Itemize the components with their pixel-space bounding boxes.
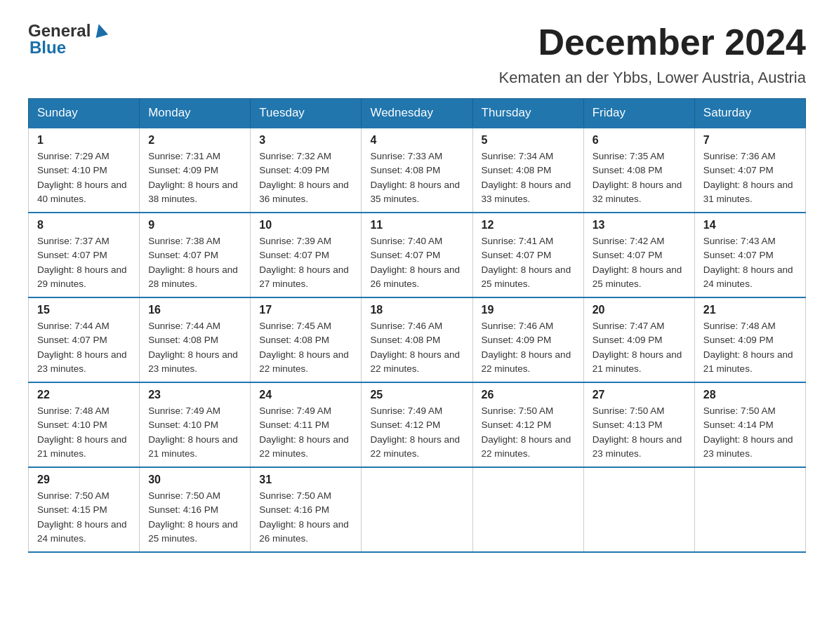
day-number: 21 (703, 304, 797, 316)
day-number: 8 (37, 219, 131, 232)
calendar-cell: 5 Sunrise: 7:34 AMSunset: 4:08 PMDayligh… (472, 128, 583, 213)
calendar-cell: 14 Sunrise: 7:43 AMSunset: 4:07 PMDaylig… (694, 213, 805, 297)
calendar-cell: 16 Sunrise: 7:44 AMSunset: 4:08 PMDaylig… (140, 297, 251, 382)
day-number: 30 (148, 474, 241, 486)
weekday-header-sunday: Sunday (29, 99, 140, 128)
week-row-3: 15 Sunrise: 7:44 AMSunset: 4:07 PMDaylig… (29, 297, 806, 382)
calendar-cell (472, 467, 583, 552)
calendar-cell: 21 Sunrise: 7:48 AMSunset: 4:09 PMDaylig… (694, 297, 805, 382)
weekday-header-thursday: Thursday (472, 99, 583, 128)
logo-blue-text: Blue (29, 38, 66, 58)
day-info: Sunrise: 7:50 AMSunset: 4:13 PMDaylight:… (593, 405, 682, 459)
day-info: Sunrise: 7:37 AMSunset: 4:07 PMDaylight:… (37, 236, 127, 289)
calendar-cell (694, 467, 805, 552)
day-info: Sunrise: 7:31 AMSunset: 4:09 PMDaylight:… (148, 151, 238, 204)
calendar-cell: 3 Sunrise: 7:32 AMSunset: 4:09 PMDayligh… (251, 128, 362, 213)
day-info: Sunrise: 7:50 AMSunset: 4:15 PMDaylight:… (37, 490, 127, 544)
day-number: 10 (259, 219, 352, 232)
calendar-cell: 19 Sunrise: 7:46 AMSunset: 4:09 PMDaylig… (472, 297, 583, 382)
calendar-cell: 2 Sunrise: 7:31 AMSunset: 4:09 PMDayligh… (140, 128, 251, 213)
calendar-cell: 13 Sunrise: 7:42 AMSunset: 4:07 PMDaylig… (583, 213, 694, 297)
day-info: Sunrise: 7:36 AMSunset: 4:07 PMDaylight:… (703, 151, 793, 204)
title-block: December 2024 (538, 21, 806, 63)
day-number: 23 (148, 389, 241, 401)
calendar-cell: 31 Sunrise: 7:50 AMSunset: 4:16 PMDaylig… (251, 467, 362, 552)
day-info: Sunrise: 7:38 AMSunset: 4:07 PMDaylight:… (148, 236, 238, 289)
day-number: 13 (593, 219, 686, 232)
day-number: 24 (259, 389, 352, 401)
calendar-cell: 17 Sunrise: 7:45 AMSunset: 4:08 PMDaylig… (251, 297, 362, 382)
logo: General Blue (28, 21, 108, 58)
calendar-cell: 1 Sunrise: 7:29 AMSunset: 4:10 PMDayligh… (29, 128, 140, 213)
calendar-cell: 24 Sunrise: 7:49 AMSunset: 4:11 PMDaylig… (251, 382, 362, 467)
day-info: Sunrise: 7:44 AMSunset: 4:07 PMDaylight:… (37, 321, 127, 374)
day-number: 31 (259, 474, 352, 486)
calendar-cell: 18 Sunrise: 7:46 AMSunset: 4:08 PMDaylig… (362, 297, 472, 382)
calendar-cell: 27 Sunrise: 7:50 AMSunset: 4:13 PMDaylig… (583, 382, 694, 467)
day-info: Sunrise: 7:46 AMSunset: 4:09 PMDaylight:… (482, 321, 571, 374)
calendar-cell: 10 Sunrise: 7:39 AMSunset: 4:07 PMDaylig… (251, 213, 362, 297)
day-info: Sunrise: 7:48 AMSunset: 4:10 PMDaylight:… (37, 405, 127, 459)
day-number: 6 (593, 134, 686, 147)
calendar-cell: 8 Sunrise: 7:37 AMSunset: 4:07 PMDayligh… (29, 213, 140, 297)
header: General Blue December 2024 (28, 21, 806, 63)
day-number: 25 (370, 389, 463, 401)
day-info: Sunrise: 7:33 AMSunset: 4:08 PMDaylight:… (370, 151, 460, 204)
day-info: Sunrise: 7:44 AMSunset: 4:08 PMDaylight:… (148, 321, 238, 374)
calendar-cell: 12 Sunrise: 7:41 AMSunset: 4:07 PMDaylig… (472, 213, 583, 297)
day-info: Sunrise: 7:29 AMSunset: 4:10 PMDaylight:… (37, 151, 127, 204)
day-number: 14 (703, 219, 797, 232)
calendar-cell: 29 Sunrise: 7:50 AMSunset: 4:15 PMDaylig… (29, 467, 140, 552)
day-number: 27 (593, 389, 686, 401)
day-number: 18 (370, 304, 463, 316)
day-info: Sunrise: 7:46 AMSunset: 4:08 PMDaylight:… (370, 321, 460, 374)
calendar-cell: 30 Sunrise: 7:50 AMSunset: 4:16 PMDaylig… (140, 467, 251, 552)
day-info: Sunrise: 7:32 AMSunset: 4:09 PMDaylight:… (259, 151, 349, 204)
weekday-header-monday: Monday (140, 99, 251, 128)
calendar-cell: 26 Sunrise: 7:50 AMSunset: 4:12 PMDaylig… (472, 382, 583, 467)
day-number: 2 (148, 134, 241, 147)
day-info: Sunrise: 7:39 AMSunset: 4:07 PMDaylight:… (259, 236, 349, 289)
day-info: Sunrise: 7:43 AMSunset: 4:07 PMDaylight:… (703, 236, 793, 289)
calendar-cell: 6 Sunrise: 7:35 AMSunset: 4:08 PMDayligh… (583, 128, 694, 213)
week-row-1: 1 Sunrise: 7:29 AMSunset: 4:10 PMDayligh… (29, 128, 806, 213)
day-info: Sunrise: 7:35 AMSunset: 4:08 PMDaylight:… (593, 151, 682, 204)
day-number: 17 (259, 304, 352, 316)
day-number: 12 (482, 219, 575, 232)
calendar-cell: 20 Sunrise: 7:47 AMSunset: 4:09 PMDaylig… (583, 297, 694, 382)
day-info: Sunrise: 7:50 AMSunset: 4:14 PMDaylight:… (703, 405, 793, 459)
day-number: 5 (482, 134, 575, 147)
week-row-5: 29 Sunrise: 7:50 AMSunset: 4:15 PMDaylig… (29, 467, 806, 552)
day-number: 28 (703, 389, 797, 401)
day-info: Sunrise: 7:49 AMSunset: 4:11 PMDaylight:… (259, 405, 349, 459)
day-info: Sunrise: 7:47 AMSunset: 4:09 PMDaylight:… (593, 321, 682, 374)
weekday-header-row: SundayMondayTuesdayWednesdayThursdayFrid… (29, 99, 806, 128)
day-number: 20 (593, 304, 686, 316)
day-number: 7 (703, 134, 797, 147)
calendar-cell: 9 Sunrise: 7:38 AMSunset: 4:07 PMDayligh… (140, 213, 251, 297)
day-number: 15 (37, 304, 131, 316)
calendar-cell: 11 Sunrise: 7:40 AMSunset: 4:07 PMDaylig… (362, 213, 472, 297)
month-title: December 2024 (538, 21, 806, 63)
day-number: 26 (482, 389, 575, 401)
calendar-cell: 15 Sunrise: 7:44 AMSunset: 4:07 PMDaylig… (29, 297, 140, 382)
calendar-cell: 22 Sunrise: 7:48 AMSunset: 4:10 PMDaylig… (29, 382, 140, 467)
day-number: 9 (148, 219, 241, 232)
day-number: 16 (148, 304, 241, 316)
week-row-2: 8 Sunrise: 7:37 AMSunset: 4:07 PMDayligh… (29, 213, 806, 297)
day-info: Sunrise: 7:40 AMSunset: 4:07 PMDaylight:… (370, 236, 460, 289)
day-info: Sunrise: 7:50 AMSunset: 4:16 PMDaylight:… (148, 490, 238, 544)
day-info: Sunrise: 7:50 AMSunset: 4:12 PMDaylight:… (482, 405, 571, 459)
calendar-cell (583, 467, 694, 552)
day-info: Sunrise: 7:49 AMSunset: 4:12 PMDaylight:… (370, 405, 460, 459)
day-number: 3 (259, 134, 352, 147)
calendar-cell: 23 Sunrise: 7:49 AMSunset: 4:10 PMDaylig… (140, 382, 251, 467)
week-row-4: 22 Sunrise: 7:48 AMSunset: 4:10 PMDaylig… (29, 382, 806, 467)
calendar-cell: 28 Sunrise: 7:50 AMSunset: 4:14 PMDaylig… (694, 382, 805, 467)
calendar-table: SundayMondayTuesdayWednesdayThursdayFrid… (28, 98, 806, 553)
day-number: 4 (370, 134, 463, 147)
weekday-header-tuesday: Tuesday (251, 99, 362, 128)
weekday-header-saturday: Saturday (694, 99, 805, 128)
day-info: Sunrise: 7:48 AMSunset: 4:09 PMDaylight:… (703, 321, 793, 374)
day-info: Sunrise: 7:41 AMSunset: 4:07 PMDaylight:… (482, 236, 571, 289)
